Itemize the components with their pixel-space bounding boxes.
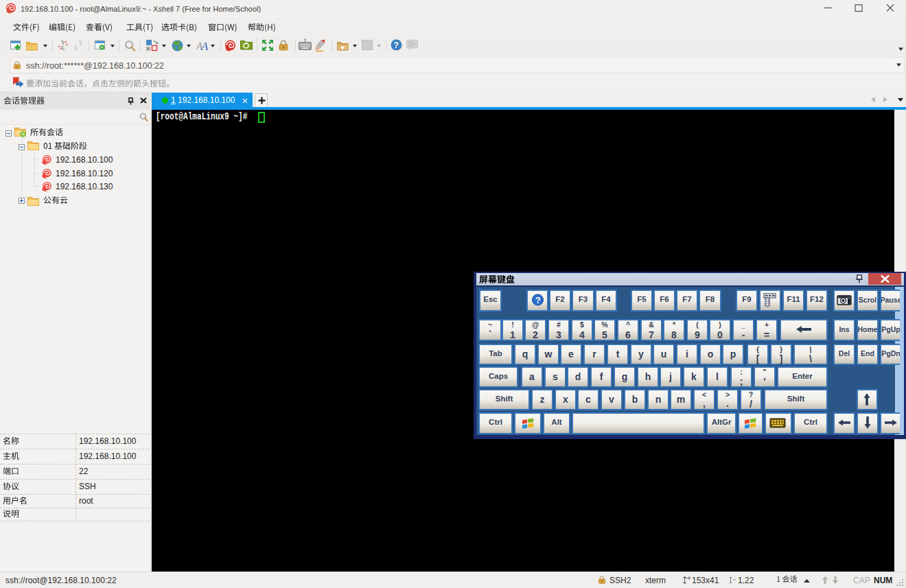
svg-text:?: ? [535, 296, 541, 305]
svg-text:?: ? [394, 40, 399, 50]
svg-text:A: A [200, 40, 209, 52]
